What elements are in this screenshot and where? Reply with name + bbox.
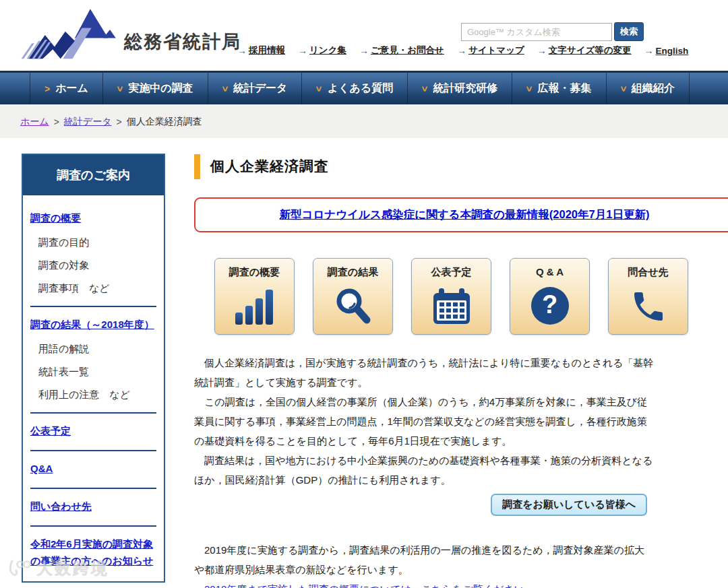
- page-title-row: 個人企業経済調査: [194, 154, 728, 179]
- cta-row: 調査をお願いしている皆様へ: [194, 494, 647, 516]
- sidebar-link-contact[interactable]: 問い合わせ先: [30, 498, 156, 515]
- watermark-text: 大数跨境: [36, 558, 109, 579]
- watermark-logo-icon: [8, 558, 31, 579]
- utility-links: →採用情報 →リンク集 →ご意見・お問合せ →サイトマップ →文字サイズ等の変更…: [237, 44, 688, 57]
- main-content: 個人企業経済調査 新型コロナウイルス感染症に関する本調査の最新情報(2020年7…: [194, 154, 728, 588]
- sidebar-divider: [30, 488, 156, 489]
- stats-bureau-logo-icon: [19, 4, 120, 61]
- arrow-right-icon: →: [237, 45, 247, 56]
- sidebar-divider: [30, 412, 156, 414]
- sidebar-link-survey-overview[interactable]: 調査の概要: [30, 209, 156, 226]
- site-search: 検索: [461, 22, 644, 41]
- covid-alert-banner: 新型コロナウイルス感染症に関する本調査の最新情報(2020年7月1日更新): [194, 197, 728, 232]
- sidebar-divider: [30, 306, 156, 307]
- nav-item-statistics-data[interactable]: >統計データ: [208, 73, 302, 104]
- nav-list: >ホーム >実施中の調査 >統計データ >よくある質問 >統計研究研修 >広報・…: [30, 73, 728, 104]
- utility-link-sitemap[interactable]: →サイトマップ: [457, 44, 524, 57]
- breadcrumb: ホーム > 統計データ > 個人企業経済調査: [20, 116, 202, 128]
- sidebar-item-glossary: 用語の解説: [38, 343, 156, 356]
- search-button[interactable]: 検索: [614, 22, 644, 41]
- breadcrumb-bar: ホーム > 統計データ > 個人企業経済調査: [0, 104, 728, 138]
- site-header: 総務省統計局 検索 →採用情報 →リンク集 →ご意見・お問合せ →サイトマップ …: [0, 0, 728, 71]
- sidebar-link-release-schedule[interactable]: 公表予定: [30, 422, 156, 439]
- sidebar-divider: [30, 525, 156, 527]
- breadcrumb-current: 個人企業経済調査: [127, 116, 202, 128]
- magnifier-icon: [313, 279, 392, 334]
- arrow-right-icon: →: [457, 45, 466, 56]
- sidebar-divider: [30, 450, 156, 451]
- covid-info-link[interactable]: 新型コロナウイルス感染症に関する本調査の最新情報(2020年7月1日更新): [280, 207, 650, 222]
- utility-link-english[interactable]: →English: [644, 45, 689, 56]
- update-section: 2019年度に実施する調査から，調査結果の利活用の一層の推進を図るため，調査対象…: [194, 540, 654, 588]
- breadcrumb-separator: >: [117, 117, 122, 127]
- bar-chart-icon: [215, 279, 294, 334]
- arrow-right-icon: →: [537, 45, 547, 56]
- quick-button-qa[interactable]: Q & A ?: [510, 258, 590, 335]
- sidebar-link-qa[interactable]: Q&A: [30, 460, 156, 477]
- quick-button-survey-results[interactable]: 調査の結果: [313, 258, 393, 335]
- chevron-right-icon: >: [44, 84, 50, 94]
- arrow-right-icon: →: [644, 45, 654, 56]
- survey-respondents-button[interactable]: 調査をお願いしている皆様へ: [491, 494, 647, 516]
- chevron-down-icon: >: [618, 86, 629, 91]
- sidebar-title: 調査のご案内: [23, 155, 164, 195]
- sidebar-survey-guide: 調査のご案内 調査の概要 調査の目的 調査の対象 調査事項 など 調査の結果（～…: [22, 154, 165, 583]
- site-logo[interactable]: 総務省統計局: [19, 4, 241, 61]
- search-input[interactable]: [461, 23, 612, 41]
- breadcrumb-home-link[interactable]: ホーム: [20, 116, 49, 128]
- sidebar-link-survey-results[interactable]: 調査の結果（～2018年度）: [30, 316, 156, 333]
- breadcrumb-separator: >: [54, 117, 59, 127]
- chevron-down-icon: >: [524, 86, 535, 91]
- global-nav: >ホーム >実施中の調査 >統計データ >よくある質問 >統計研究研修 >広報・…: [0, 71, 728, 104]
- past-survey-overview-link[interactable]: 2018年度まで実施した調査の概要については，こちらをご覧ください。: [204, 579, 535, 588]
- quick-button-release-schedule[interactable]: 公表予定: [411, 258, 491, 335]
- nav-item-organization[interactable]: >組織紹介: [606, 73, 690, 104]
- arrow-right-icon: →: [359, 45, 369, 56]
- chevron-down-icon: >: [115, 86, 125, 91]
- watermark: 大数跨境: [8, 558, 109, 579]
- chevron-down-icon: >: [314, 86, 325, 91]
- quick-buttons-row: 調査の概要 調査の結果: [214, 258, 728, 335]
- nav-item-pr-recruit[interactable]: >広報・募集: [512, 73, 605, 104]
- chevron-down-icon: >: [419, 86, 430, 91]
- site-title: 総務省統計局: [124, 30, 241, 54]
- question-icon: ?: [510, 277, 589, 334]
- nav-item-research-training[interactable]: >統計研究研修: [407, 73, 512, 104]
- intro-text: 個人企業経済調査は，国が実施する統計調査のうち，統計法により特に重要なものとされ…: [194, 353, 654, 490]
- utility-link-contact[interactable]: →ご意見・お問合せ: [359, 44, 444, 57]
- chevron-down-icon: >: [220, 86, 231, 91]
- page-title: 個人企業経済調査: [210, 157, 329, 176]
- sidebar-item-table-list: 統計表一覧: [38, 366, 156, 379]
- calendar-icon: [412, 279, 491, 334]
- title-accent-bar: [194, 154, 200, 179]
- nav-item-current-surveys[interactable]: >実施中の調査: [102, 73, 208, 104]
- quick-button-survey-overview[interactable]: 調査の概要: [214, 258, 295, 335]
- update-paragraph: 2019年度に実施する調査から，調査結果の利活用の一層の推進を図るため，調査対象…: [194, 540, 654, 579]
- quick-button-contact[interactable]: 問合せ先: [608, 258, 688, 335]
- intro-paragraph-2: この調査は，全国の個人経営の事業所（個人企業）のうち，約4万事業所を対象に，事業…: [194, 392, 654, 451]
- nav-item-home[interactable]: >ホーム: [30, 73, 102, 104]
- intro-paragraph-1: 個人企業経済調査は，国が実施する統計調査のうち，統計法により特に重要なものとされ…: [194, 353, 654, 392]
- sidebar-item-survey-purpose: 調査の目的: [38, 236, 156, 249]
- phone-icon: [609, 279, 688, 334]
- utility-link-recruit[interactable]: →採用情報: [237, 44, 285, 57]
- sidebar-item-survey-matters: 調査事項 など: [38, 282, 156, 295]
- utility-link-fontsize[interactable]: →文字サイズ等の変更: [537, 44, 632, 57]
- intro-paragraph-3: 調査結果は，国や地方における中小企業振興のための基礎資料や各種事業・施策の分析資…: [194, 451, 654, 490]
- utility-link-links[interactable]: →リンク集: [298, 44, 346, 57]
- sidebar-body: 調査の概要 調査の目的 調査の対象 調査事項 など 調査の結果（～2018年度）…: [23, 195, 164, 581]
- sidebar-item-usage-notes: 利用上の注意 など: [38, 389, 156, 401]
- sidebar-item-survey-target: 調査の対象: [38, 259, 156, 272]
- nav-item-faq[interactable]: >よくある質問: [301, 73, 407, 104]
- breadcrumb-statistics-link[interactable]: 統計データ: [64, 116, 112, 128]
- arrow-right-icon: →: [298, 45, 307, 56]
